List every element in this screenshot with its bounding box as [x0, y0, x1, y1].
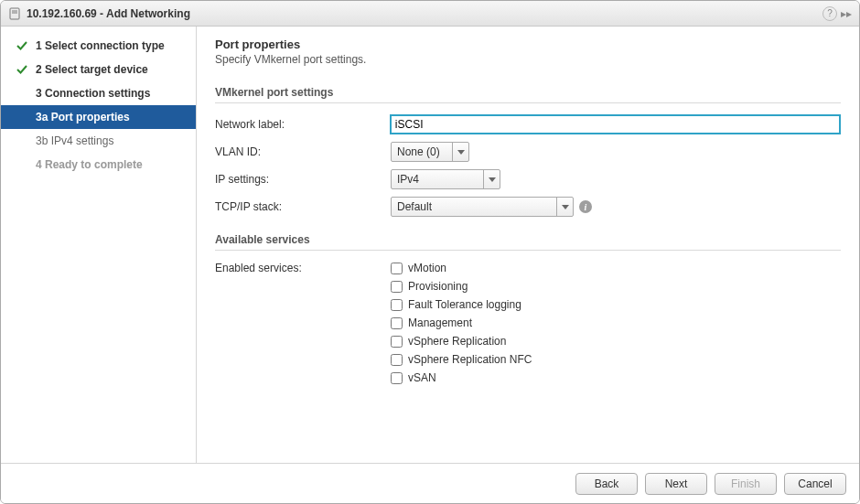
- back-button[interactable]: Back: [575, 473, 638, 495]
- service-label: Management: [408, 316, 472, 329]
- titlebar: 10.192.160.69 - Add Networking ? ▸▸: [1, 1, 859, 27]
- vlan-id-select[interactable]: None (0): [391, 142, 469, 162]
- ip-settings-select[interactable]: IPv4: [391, 169, 500, 189]
- finish-button: Finish: [715, 473, 777, 495]
- label-ip-settings: IP settings:: [215, 173, 391, 186]
- services-list: vMotion Provisioning Fault Tolerance log…: [391, 262, 532, 384]
- step-label: 4 Ready to complete: [36, 156, 143, 173]
- service-management[interactable]: Management: [391, 316, 532, 329]
- label-tcpip-stack: TCP/IP stack:: [215, 200, 391, 213]
- service-vmotion[interactable]: vMotion: [391, 262, 532, 274]
- step-label: 1 Select connection type: [36, 38, 165, 54]
- step-forward-icon[interactable]: ▸▸: [841, 7, 852, 20]
- add-networking-dialog: 10.192.160.69 - Add Networking ? ▸▸ 1 Se…: [0, 0, 860, 504]
- section-vmkernel: VMkernel port settings: [215, 86, 841, 103]
- step-target-device[interactable]: 2 Select target device: [1, 58, 196, 81]
- row-network-label: Network label:: [215, 114, 841, 134]
- tcpip-stack-select[interactable]: Default: [391, 197, 574, 217]
- step-label: 2 Select target device: [36, 61, 148, 78]
- service-label: Fault Tolerance logging: [408, 298, 521, 311]
- info-icon[interactable]: i: [579, 200, 592, 213]
- checkbox[interactable]: [391, 263, 403, 274]
- row-tcpip-stack: TCP/IP stack: Default i: [215, 197, 841, 217]
- step-ready-complete: 4 Ready to complete: [1, 153, 196, 177]
- chevron-down-icon: [556, 198, 573, 216]
- row-ip-settings: IP settings: IPv4: [215, 169, 841, 189]
- network-label-input[interactable]: [390, 114, 841, 134]
- dialog-title: 10.192.160.69 - Add Networking: [27, 7, 817, 20]
- page-subtitle: Specify VMkernel port settings.: [215, 53, 841, 66]
- row-vlan-id: VLAN ID: None (0): [215, 142, 841, 162]
- step-connection-type[interactable]: 1 Select connection type: [1, 34, 196, 58]
- checkbox[interactable]: [391, 336, 403, 348]
- check-icon: [16, 39, 28, 52]
- checkbox[interactable]: [391, 317, 403, 329]
- check-icon: [16, 63, 28, 76]
- row-enabled-services: Enabled services: vMotion Provisioning F…: [215, 262, 841, 384]
- checkbox[interactable]: [391, 372, 403, 384]
- tcpip-stack-value: Default: [392, 198, 556, 216]
- svg-rect-0: [10, 8, 19, 19]
- cancel-button[interactable]: Cancel: [784, 473, 846, 495]
- checkbox[interactable]: [391, 281, 403, 293]
- next-button[interactable]: Next: [645, 473, 707, 495]
- service-provisioning[interactable]: Provisioning: [391, 280, 532, 293]
- label-network-label: Network label:: [215, 118, 390, 131]
- service-label: vSAN: [408, 371, 436, 384]
- checkbox[interactable]: [391, 299, 403, 311]
- step-connection-settings[interactable]: 3 Connection settings: [1, 81, 196, 105]
- substep-ipv4-settings[interactable]: 3b IPv4 settings: [1, 129, 196, 153]
- service-label: vSphere Replication: [408, 335, 506, 348]
- service-vsphere-replication-nfc[interactable]: vSphere Replication NFC: [391, 353, 532, 366]
- dialog-body: 1 Select connection type 2 Select target…: [1, 27, 859, 463]
- host-icon: [8, 7, 21, 20]
- label-vlan-id: VLAN ID:: [215, 145, 391, 158]
- help-icon[interactable]: ?: [822, 6, 837, 21]
- step-label: 3 Connection settings: [36, 85, 150, 102]
- substep-port-properties[interactable]: 3a Port properties: [1, 105, 196, 129]
- step-label: 3b IPv4 settings: [36, 133, 113, 149]
- chevron-down-icon: [483, 170, 500, 188]
- main-panel: Port properties Specify VMkernel port se…: [197, 27, 859, 463]
- ip-settings-value: IPv4: [392, 170, 483, 188]
- service-vsan[interactable]: vSAN: [391, 371, 532, 384]
- step-label: 3a Port properties: [36, 109, 130, 125]
- service-label: vMotion: [408, 262, 446, 274]
- section-services: Available services: [215, 233, 841, 251]
- chevron-down-icon: [452, 143, 468, 161]
- label-enabled-services: Enabled services:: [215, 262, 391, 384]
- dialog-footer: Back Next Finish Cancel: [1, 463, 859, 503]
- page-title: Port properties: [215, 38, 841, 51]
- titlebar-right: ? ▸▸: [822, 6, 852, 21]
- service-vsphere-replication[interactable]: vSphere Replication: [391, 335, 532, 348]
- checkbox[interactable]: [391, 354, 403, 366]
- vlan-id-value: None (0): [392, 143, 452, 161]
- wizard-sidebar: 1 Select connection type 2 Select target…: [1, 27, 197, 463]
- service-fault-tolerance[interactable]: Fault Tolerance logging: [391, 298, 532, 311]
- service-label: vSphere Replication NFC: [408, 353, 532, 366]
- service-label: Provisioning: [408, 280, 468, 293]
